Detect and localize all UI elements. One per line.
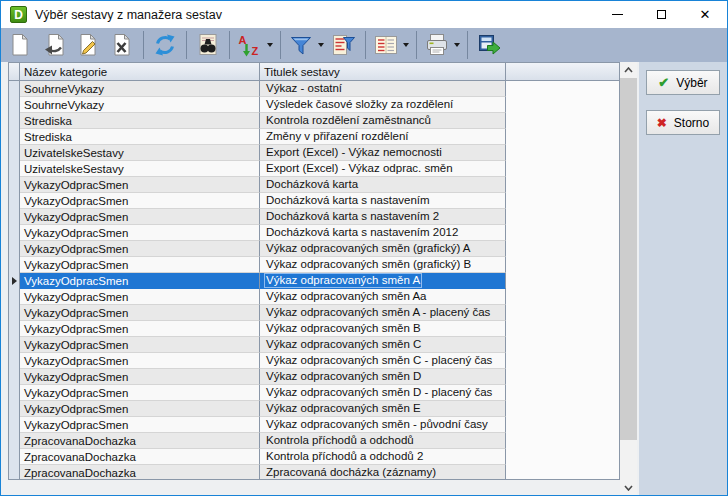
toolbar-refresh-button[interactable] [148,30,182,60]
column-header-category[interactable]: Název kategorie [20,63,260,80]
window-controls: ✕ [595,1,727,28]
refresh-icon [152,32,178,58]
row-filler [506,209,619,225]
row-filler [506,257,619,273]
cell-category: ZpracovanaDochazka [20,433,260,449]
toolbar-find-button[interactable] [191,30,225,60]
cell-category: UzivatelskeSestavy [20,145,260,161]
cell-title: Export (Excel) - Výkaz odprac. směn [260,161,506,177]
table-row[interactable]: VykazyOdpracSmen Výkaz odpracovaných smě… [9,289,619,305]
row-gutter [9,321,20,337]
new-report-icon [7,32,33,58]
cell-category: VykazyOdpracSmen [20,241,260,257]
row-filler [506,353,619,369]
toolbar-open-report-button[interactable] [37,30,71,60]
export-icon [476,32,502,58]
svg-text:A: A [239,34,247,46]
table-row[interactable]: ZpracovanaDochazka Zpracovaná docházka (… [9,465,619,479]
cell-title: Výsledek časové složky za rozdělení [260,97,506,113]
cell-title: Docházková karta [260,177,506,193]
toolbar-separator [280,31,281,59]
cell-category: VykazyOdpracSmen [20,353,260,369]
toolbar-filter-button[interactable] [285,30,327,60]
row-filler [506,417,619,433]
grid-rows: SouhrneVykazy Výkaz - ostatní SouhrneVyk… [9,81,619,479]
scroll-up-button[interactable] [620,62,637,77]
cell-category: VykazyOdpracSmen [20,401,260,417]
dropdown-caret-icon [318,43,324,47]
cell-title: Změny v přiřazení rozdělení [260,129,506,145]
cell-category: UzivatelskeSestavy [20,161,260,177]
cell-title: Kontrola rozdělení zaměstnanců [260,113,506,129]
table-row[interactable]: VykazyOdpracSmen Výkaz odpracovaných smě… [9,337,619,353]
table-row[interactable]: SouhrneVykazy Výsledek časové složky za … [9,97,619,113]
table-row[interactable]: VykazyOdpracSmen Docházková karta [9,177,619,193]
table-row[interactable]: VykazyOdpracSmen Docházková karta s nast… [9,193,619,209]
minimize-button[interactable] [595,1,639,28]
row-gutter [9,465,20,479]
toolbar-sort-az-button[interactable]: AZ [234,30,276,60]
toolbar-view-columns-button[interactable] [370,30,412,60]
table-row[interactable]: VykazyOdpracSmen Výkaz odpracovaných smě… [9,305,619,321]
toolbar-delete-report-button[interactable] [105,30,139,60]
toolbar-new-report-button[interactable] [3,30,37,60]
cancel-button[interactable]: ✖ Storno [646,110,720,135]
toolbar-separator [467,31,468,59]
toolbar-edit-report-button[interactable] [71,30,105,60]
table-row[interactable]: UzivatelskeSestavy Export (Excel) - Výka… [9,145,619,161]
header-filler [506,63,619,80]
table-row[interactable]: UzivatelskeSestavy Export (Excel) - Výka… [9,161,619,177]
row-filler [506,97,619,113]
scroll-thumb[interactable] [620,78,637,440]
report-manager-dialog: D Výběr sestavy z manažera sestav ✕ AZ N… [0,0,728,496]
row-gutter [9,161,20,177]
cell-title: Výkaz odpracovaných směn B [260,321,506,337]
row-gutter [9,433,20,449]
cell-title: Výkaz odpracovaných směn Aa [260,289,506,305]
row-gutter [9,369,20,385]
table-row[interactable]: VykazyOdpracSmen Výkaz odpracovaných smě… [9,273,619,289]
sort-az-icon: AZ [237,32,263,58]
table-row[interactable]: VykazyOdpracSmen Docházková karta s nast… [9,209,619,225]
delete-report-icon [109,32,135,58]
table-row[interactable]: SouhrneVykazy Výkaz - ostatní [9,81,619,97]
row-gutter [9,193,20,209]
toolbar-export-button[interactable] [472,30,506,60]
table-row[interactable]: VykazyOdpracSmen Výkaz odpracovaných smě… [9,353,619,369]
cell-title: Výkaz odpracovaných směn E [260,401,506,417]
row-gutter [9,401,20,417]
cell-category: VykazyOdpracSmen [20,321,260,337]
table-row[interactable]: VykazyOdpracSmen Docházková karta s nast… [9,225,619,241]
close-button[interactable]: ✕ [683,1,727,28]
table-row[interactable]: Strediska Změny v přiřazení rozdělení [9,129,619,145]
table-row[interactable]: VykazyOdpracSmen Výkaz odpracovaných smě… [9,369,619,385]
toolbar-separator [365,31,366,59]
current-row-arrow-icon [12,277,17,285]
svg-text:Z: Z [252,45,259,57]
row-gutter [9,353,20,369]
select-button[interactable]: ✔ Výběr [646,70,720,95]
titlebar: D Výběr sestavy z manažera sestav ✕ [1,1,727,28]
vertical-scrollbar[interactable] [620,62,637,495]
table-row[interactable]: ZpracovanaDochazka Kontrola příchodů a o… [9,433,619,449]
table-row[interactable]: Strediska Kontrola rozdělení zaměstnanců [9,113,619,129]
table-row[interactable]: ZpracovanaDochazka Kontrola příchodů a o… [9,449,619,465]
row-filler [506,177,619,193]
toolbar-filter-settings-button[interactable] [327,30,361,60]
toolbar-print-button[interactable] [421,30,463,60]
cell-title: Export (Excel) - Výkaz nemocnosti [260,145,506,161]
scroll-down-button[interactable] [620,480,637,495]
check-icon: ✔ [658,76,669,89]
table-row[interactable]: VykazyOdpracSmen Výkaz odpracovaných smě… [9,241,619,257]
table-row[interactable]: VykazyOdpracSmen Výkaz odpracovaných smě… [9,321,619,337]
maximize-button[interactable] [639,1,683,28]
find-icon [195,32,221,58]
table-row[interactable]: VykazyOdpracSmen Výkaz odpracovaných smě… [9,257,619,273]
table-row[interactable]: VykazyOdpracSmen Výkaz odpracovaných smě… [9,417,619,433]
table-row[interactable]: VykazyOdpracSmen Výkaz odpracovaných smě… [9,385,619,401]
cell-category: Strediska [20,129,260,145]
row-gutter [9,209,20,225]
table-row[interactable]: VykazyOdpracSmen Výkaz odpracovaných smě… [9,401,619,417]
column-header-title[interactable]: Titulek sestavy [260,63,506,80]
view-columns-icon [373,32,399,58]
